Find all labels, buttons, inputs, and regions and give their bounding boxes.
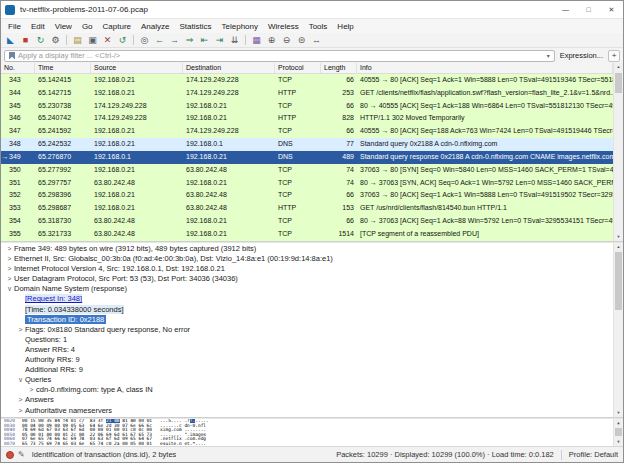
auto-scroll-icon[interactable]: ⇊: [227, 33, 242, 47]
previous-packet-icon[interactable]: ←: [152, 33, 167, 47]
expander-icon[interactable]: >: [5, 264, 14, 274]
packet-row[interactable]: 34465.142715192.168.0.21174.129.249.228H…: [1, 87, 613, 100]
zoom-in-icon[interactable]: ⊕: [264, 33, 279, 47]
packet-row[interactable]: 34565.230738174.129.249.228192.168.0.21T…: [1, 100, 613, 113]
packet-row[interactable]: 35165.29775763.80.242.48192.168.0.21TCP7…: [1, 177, 613, 190]
zoom-100-icon[interactable]: ⊜: [294, 33, 309, 47]
detail-line[interactable]: Questions: 1: [1, 335, 613, 345]
packet-row[interactable]: 35565.32173363.80.242.48192.168.0.21TCP1…: [1, 228, 613, 241]
close-button[interactable]: ✕: [600, 1, 623, 18]
menu-item-file[interactable]: File: [3, 22, 26, 31]
scroll-up-icon[interactable]: ▲: [614, 63, 623, 71]
restart-capture-icon[interactable]: ↻: [33, 33, 48, 47]
capture-options-icon[interactable]: ⚙: [48, 33, 63, 47]
packet-row[interactable]: 34865.242532192.168.0.21192.168.0.1DNS77…: [1, 138, 613, 151]
menu-item-telephony[interactable]: Telephony: [217, 22, 263, 31]
last-packet-icon[interactable]: ⇥: [212, 33, 227, 47]
scrollbar-thumb[interactable]: [615, 252, 622, 310]
go-to-packet-icon[interactable]: ⇒: [182, 33, 197, 47]
column-header-no[interactable]: No.: [1, 63, 35, 73]
packet-row[interactable]: 35065.277992192.168.0.2163.80.242.48TCP7…: [1, 164, 613, 177]
expander-icon[interactable]: >: [27, 385, 36, 395]
close-file-icon[interactable]: ✕: [100, 33, 115, 47]
display-filter-input[interactable]: Apply a display filter ... <Ctrl-/> ▾: [4, 50, 555, 62]
scroll-down-icon[interactable]: ▼: [614, 438, 623, 446]
menu-item-go[interactable]: Go: [77, 22, 98, 31]
reload-file-icon[interactable]: ↺: [115, 33, 130, 47]
column-header-destination[interactable]: Destination: [183, 63, 275, 73]
expander-icon[interactable]: >: [16, 395, 25, 405]
detail-line[interactable]: Authority RRs: 9: [1, 355, 613, 365]
menu-item-capture[interactable]: Capture: [98, 22, 136, 31]
open-file-icon[interactable]: ▤: [70, 33, 85, 47]
expander-icon[interactable]: >: [5, 254, 14, 264]
menu-item-view[interactable]: View: [50, 22, 77, 31]
save-file-icon[interactable]: ▣: [85, 33, 100, 47]
column-header-source[interactable]: Source: [91, 63, 183, 73]
detail-line[interactable]: vDomain Name System (response): [1, 284, 613, 294]
resize-columns-icon[interactable]: ↔: [309, 33, 324, 47]
expression-button[interactable]: Expression...: [558, 51, 605, 60]
detail-line[interactable]: >cdn-0.nflximg.com: type A, class IN: [1, 385, 613, 395]
detail-line[interactable]: vQueries: [1, 375, 613, 385]
scrollbar-thumb[interactable]: [615, 73, 622, 93]
scroll-up-icon[interactable]: ▲: [614, 243, 623, 251]
expander-icon[interactable]: v: [5, 284, 14, 294]
expander-icon[interactable]: >: [5, 244, 14, 254]
detail-line[interactable]: [Request In: 348]: [1, 294, 613, 304]
scroll-down-icon[interactable]: ▼: [614, 233, 623, 241]
packet-row[interactable]: 34665.240742174.129.249.228192.168.0.21H…: [1, 112, 613, 125]
capture-comment-icon[interactable]: ✎: [18, 450, 25, 459]
expander-icon[interactable]: >: [16, 406, 25, 416]
expander-icon[interactable]: >: [16, 325, 25, 335]
details-scrollbar[interactable]: ▲ ▼: [613, 243, 623, 417]
menu-item-tools[interactable]: Tools: [304, 22, 333, 31]
start-capture-icon[interactable]: ◣: [3, 33, 18, 47]
colorize-icon[interactable]: ▦: [249, 33, 264, 47]
detail-line[interactable]: >Internet Protocol Version 4, Src: 192.1…: [1, 264, 613, 274]
maximize-button[interactable]: □: [577, 1, 600, 18]
expert-info-icon[interactable]: [6, 451, 14, 459]
scroll-down-icon[interactable]: ▼: [614, 409, 623, 417]
packet-row[interactable]: 34365.142415192.168.0.21174.129.249.228T…: [1, 74, 613, 87]
status-profile[interactable]: Profile: Default: [569, 450, 618, 459]
minimize-button[interactable]: —: [554, 1, 577, 18]
column-header-length[interactable]: Length: [321, 63, 357, 73]
detail-line[interactable]: [Time: 0.034338000 seconds]: [1, 305, 613, 315]
detail-line[interactable]: Answer RRs: 4: [1, 345, 613, 355]
packet-list-scrollbar[interactable]: ▲ ▼: [613, 63, 623, 241]
detail-line[interactable]: >Answers: [1, 395, 613, 405]
menu-item-edit[interactable]: Edit: [26, 22, 50, 31]
packet-row[interactable]: 34765.241592192.168.0.21174.129.249.228T…: [1, 125, 613, 138]
packet-row[interactable]: 35465.31873063.80.242.48192.168.0.21TCP6…: [1, 215, 613, 228]
menu-item-wireless[interactable]: Wireless: [263, 22, 304, 31]
hex-line[interactable]: 007065 73 75 69 74 65 03 6e 65 74 c0 2a …: [4, 442, 613, 447]
detail-line[interactable]: >Authoritative nameservers: [1, 406, 613, 416]
zoom-out-icon[interactable]: ⊖: [279, 33, 294, 47]
find-packet-icon[interactable]: ◎: [137, 33, 152, 47]
filter-dropdown-caret-icon[interactable]: ▾: [547, 52, 550, 59]
scrollbar-thumb[interactable]: [615, 428, 622, 436]
detail-line[interactable]: >Ethernet II, Src: Globalsc_00:3b:0a (f0…: [1, 254, 613, 264]
column-header-protocol[interactable]: Protocol: [275, 63, 321, 73]
add-filter-button[interactable]: +: [608, 50, 620, 62]
detail-line[interactable]: Transaction ID: 0x2188: [1, 315, 613, 325]
menu-item-help[interactable]: Help: [332, 22, 358, 31]
detail-line[interactable]: Additional RRs: 9: [1, 365, 613, 375]
filter-bookmark-icon[interactable]: [9, 52, 15, 60]
expander-icon[interactable]: >: [5, 274, 14, 284]
packet-row[interactable]: →34965.276870192.168.0.1192.168.0.21DNS4…: [1, 151, 613, 164]
packet-row[interactable]: 35365.298687192.168.0.2163.80.242.48HTTP…: [1, 202, 613, 215]
scroll-up-icon[interactable]: ▲: [614, 419, 623, 427]
hex-scrollbar[interactable]: ▲ ▼: [613, 419, 623, 446]
column-header-time[interactable]: Time: [35, 63, 91, 73]
packet-row[interactable]: 35265.298396192.168.0.2163.80.242.48TCP6…: [1, 189, 613, 202]
first-packet-icon[interactable]: ⇤: [197, 33, 212, 47]
stop-capture-icon[interactable]: ■: [18, 33, 33, 47]
menu-item-statistics[interactable]: Statistics: [175, 22, 217, 31]
column-header-info[interactable]: Info: [357, 63, 613, 73]
detail-line[interactable]: >Flags: 0x8180 Standard query response, …: [1, 325, 613, 335]
detail-line[interactable]: >User Datagram Protocol, Src Port: 53 (5…: [1, 274, 613, 284]
menu-item-analyze[interactable]: Analyze: [136, 22, 174, 31]
detail-line[interactable]: >Frame 349: 489 bytes on wire (3912 bits…: [1, 244, 613, 254]
